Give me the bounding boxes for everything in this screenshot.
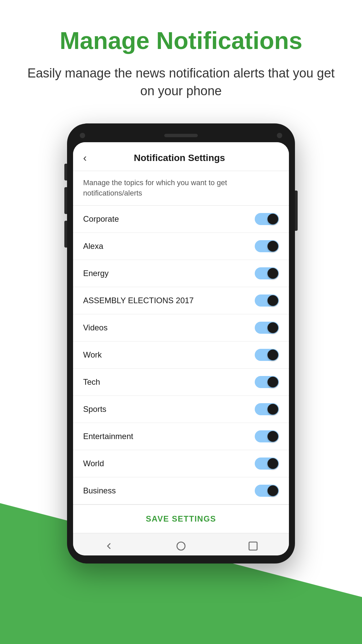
toggle-tech[interactable]: [255, 376, 279, 388]
topic-label-corporate: Corporate: [83, 214, 119, 224]
toggle-world[interactable]: [255, 458, 279, 470]
page-title: Manage Notifications: [40, 27, 322, 54]
topic-label-tech: Tech: [83, 377, 100, 387]
toggle-assembly[interactable]: [255, 294, 279, 307]
toggle-knob-sports: [267, 404, 278, 415]
phone-top-bar: [73, 133, 289, 142]
toggle-knob-energy: [267, 268, 278, 279]
description-text: Manage the topics for which you want to …: [73, 171, 289, 206]
topic-label-alexa: Alexa: [83, 241, 103, 251]
topic-row-sports: Sports: [73, 396, 289, 423]
page-content: Manage Notifications Easily manage the n…: [0, 0, 362, 564]
toggle-entertainment[interactable]: [255, 430, 279, 442]
back-button[interactable]: ‹: [83, 152, 87, 164]
svg-rect-1: [249, 542, 257, 550]
back-nav-icon[interactable]: [103, 540, 115, 552]
front-camera: [80, 133, 85, 138]
speaker: [164, 134, 198, 137]
topic-row-entertainment: Entertainment: [73, 423, 289, 450]
topic-row-energy: Energy: [73, 260, 289, 287]
toggle-energy[interactable]: [255, 267, 279, 279]
volume-up-button: [64, 164, 67, 180]
phone-mockup: ‹ Notification Settings Manage the topic…: [67, 123, 295, 564]
topic-row-world: World: [73, 450, 289, 477]
power-button: [295, 191, 298, 231]
topic-label-energy: Energy: [83, 269, 109, 278]
toggle-knob-work: [267, 350, 278, 360]
toggle-knob-assembly: [267, 295, 278, 306]
toggle-knob-videos: [267, 322, 278, 333]
toggle-work[interactable]: [255, 349, 279, 361]
toggle-business[interactable]: [255, 485, 279, 497]
topic-row-corporate: Corporate: [73, 206, 289, 233]
toggle-knob-corporate: [267, 214, 278, 224]
notification-settings-header: ‹ Notification Settings: [73, 142, 289, 171]
topic-row-tech: Tech: [73, 369, 289, 396]
topic-label-sports: Sports: [83, 405, 106, 414]
toggle-videos[interactable]: [255, 322, 279, 334]
page-subtitle: Easily manage the news notification aler…: [0, 64, 362, 100]
home-nav-icon[interactable]: [175, 540, 187, 552]
topic-row-work: Work: [73, 341, 289, 369]
sensor: [277, 133, 282, 138]
topic-row-videos: Videos: [73, 314, 289, 341]
toggle-knob-tech: [267, 377, 278, 387]
topic-label-assembly: ASSEMBLY ELECTIONS 2017: [83, 296, 194, 305]
recents-nav-icon[interactable]: [247, 540, 259, 552]
topic-label-work: Work: [83, 350, 102, 360]
volume-down-button: [64, 187, 67, 214]
toggle-knob-business: [267, 485, 278, 496]
topic-row-assembly: ASSEMBLY ELECTIONS 2017: [73, 287, 289, 314]
topic-row-alexa: Alexa: [73, 233, 289, 260]
toggle-alexa[interactable]: [255, 240, 279, 252]
toggle-corporate[interactable]: [255, 213, 279, 225]
toggle-knob-entertainment: [267, 431, 278, 442]
mute-button: [64, 221, 67, 248]
topic-row-business: Business: [73, 477, 289, 504]
phone-screen: ‹ Notification Settings Manage the topic…: [73, 142, 289, 555]
topic-label-business: Business: [83, 486, 116, 495]
topics-list: Corporate Alexa Energy: [73, 206, 289, 504]
svg-point-0: [177, 542, 185, 550]
topic-label-entertainment: Entertainment: [83, 432, 133, 441]
topic-label-world: World: [83, 459, 104, 468]
toggle-knob-world: [267, 458, 278, 469]
topic-label-videos: Videos: [83, 323, 108, 332]
toggle-knob-alexa: [267, 241, 278, 252]
save-settings-button[interactable]: SAVE SETTINGS: [73, 504, 289, 533]
phone-bottom-nav: [73, 533, 289, 555]
toggle-sports[interactable]: [255, 403, 279, 415]
screen-title: Notification Settings: [94, 153, 265, 163]
